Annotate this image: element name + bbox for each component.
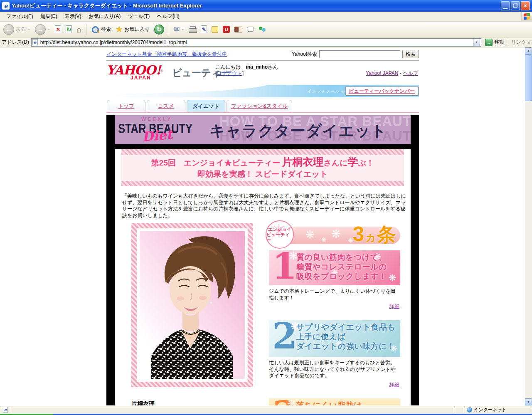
information-label: インフォメーション — [307, 89, 349, 94]
yahoo-search-input[interactable] — [319, 50, 400, 58]
back-icon: ← — [3, 24, 14, 35]
favorites-button[interactable]: ★ お気に入り — [114, 25, 151, 34]
close-icon: × — [524, 3, 527, 8]
address-bar: アドレス(D) e ▼ → 移動 リンク » — [0, 37, 532, 47]
u-icon: U — [223, 26, 230, 33]
minimize-button[interactable]: ▁ — [501, 1, 510, 10]
yahoo-logo[interactable]: YAHOO!® JAPAN — [106, 64, 169, 81]
tab-cosme[interactable]: コスメ — [147, 100, 185, 112]
greeting-suffix: さん — [268, 64, 278, 70]
refresh-icon: ↻ — [66, 25, 72, 33]
headline-line2: 即効果を実感！ スピードダイエット — [121, 169, 404, 179]
headline-person-name: 片桐衣理 — [282, 156, 323, 168]
back-label: 戻る — [16, 26, 26, 33]
notes-button[interactable] — [210, 25, 220, 34]
article-headline: 第25回 エンジョイ★ビューティー 片桐衣理さんに学ぶ！ 即効果を実感！ スピー… — [121, 149, 404, 186]
status-bar: e インターネット — [0, 405, 532, 414]
history-button[interactable]: ↻ — [153, 24, 166, 35]
headline-pattern-bottom — [121, 181, 404, 186]
scroll-up-button[interactable]: ▲ — [525, 47, 532, 54]
menu-file[interactable]: ファイル(F) — [2, 12, 37, 21]
forward-icon: → — [35, 24, 46, 35]
enjoy-beauty-badge: ✳ エンジョイ ビューティー — [266, 220, 294, 249]
search-button[interactable]: 検索 — [89, 25, 113, 35]
status-page-icon-cell: e — [1, 407, 10, 413]
scroll-down-button[interactable]: ▼ — [525, 398, 532, 405]
menu-favorites[interactable]: お気に入り(A) — [85, 12, 124, 21]
rule-2-detail-link[interactable]: 詳細 — [389, 382, 399, 388]
go-label: 移動 — [494, 39, 504, 46]
favorites-label: お気に入り — [124, 26, 150, 33]
minimize-icon: ▁ — [503, 3, 507, 8]
three-rules-column: ❋ ❋ ❋ ❋ ✳ エンジョイ ビューティー 3ヵ条 — [269, 223, 400, 405]
mail-icon: ✉ — [174, 26, 180, 33]
print-button[interactable] — [187, 25, 198, 33]
page-icon: e — [3, 407, 8, 413]
sparkle-icon: ❋ — [348, 237, 353, 244]
u-tool-button[interactable]: U — [221, 25, 232, 34]
refresh-button[interactable]: ↻ — [64, 25, 74, 34]
wave-banner: インフォメーション ビューティーバックナンバー — [106, 85, 419, 97]
tab-top[interactable]: トップ — [107, 100, 145, 112]
messenger-icon — [259, 26, 266, 33]
vertical-scrollbar[interactable]: ▲ ▼ — [525, 47, 532, 405]
help-link[interactable]: ヘルプ — [403, 70, 418, 76]
yahoo-japan-text: JAPAN — [131, 75, 169, 81]
links-toolbar[interactable]: リンク » — [508, 39, 530, 46]
yahoo-japan-link[interactable]: Yahoo! JAPAN — [366, 70, 398, 76]
main-content-frame: HOW TO BE A STAR BEAUTY HOW TO BE A STAR… — [106, 115, 419, 405]
yahoo-search-button[interactable]: 検索 — [402, 50, 419, 58]
username: ina_miho — [246, 64, 268, 70]
messenger-button[interactable] — [257, 25, 268, 34]
chevron-down-icon: ▼ — [527, 400, 530, 404]
forward-dropdown-icon[interactable]: ▼ — [47, 28, 50, 31]
rule-3-box: ❋ ❋ ❋ ❋ 3 落ちにくい脂肪は プロの手を借りて 撃退します！ — [269, 398, 400, 406]
menu-view[interactable]: 表示(V) — [61, 12, 85, 21]
ie-e-glyph: e — [4, 2, 8, 9]
donation-promo-link[interactable]: インターネット募金「能登半島地震」義援金を受付中 — [106, 51, 227, 58]
home-button[interactable]: ⌂ — [75, 25, 83, 35]
close-button[interactable]: × — [521, 1, 530, 10]
go-button[interactable]: → 移動 — [483, 39, 506, 46]
address-dropdown-button[interactable]: ▼ — [473, 39, 480, 46]
toolbar-separator — [86, 24, 86, 35]
discuss-button[interactable] — [245, 27, 256, 32]
greeting-prefix: こんにちは、 — [215, 64, 246, 70]
stop-button[interactable]: ✕ — [53, 25, 63, 34]
rule-1-description: ジムでの本格トレーニングで、太りにくい体づくりを目指します！ — [269, 288, 399, 301]
banner-diet-script: Diet — [142, 127, 173, 144]
page-favicon: e — [32, 39, 38, 45]
address-input[interactable] — [39, 39, 472, 46]
mail-dropdown-icon[interactable]: ▼ — [181, 28, 184, 31]
links-label: リンク — [511, 39, 526, 46]
ie-app-icon: e — [2, 2, 10, 10]
backnumber-button[interactable]: ビューティーバックナンバー — [345, 86, 418, 95]
user-greeting: こんにちは、ina_mihoさん [ログアウト] — [215, 64, 278, 77]
rule-1-box: ❋ ❋ ❋ ❋ 1 質の良い筋肉をつけて、 糖質やコレステロールの 吸収をブロッ… — [269, 250, 400, 285]
print-icon — [189, 26, 196, 32]
note-icon — [212, 26, 218, 33]
sparkle-icon: ❋ — [305, 229, 315, 240]
edit-button[interactable]: ✎ — [199, 25, 209, 34]
standard-toolbar: ← 戻る ▼ → ▼ ✕ ↻ ⌂ 検索 ★ お気に入り ↻ ✉ ▼ ✎ U — [0, 22, 532, 37]
scrollbar-thumb[interactable] — [525, 54, 532, 101]
menu-edit[interactable]: 編集(E) — [37, 12, 61, 21]
status-cell — [455, 407, 464, 413]
address-combo[interactable]: e ▼ — [31, 38, 482, 47]
yahoo-header: YAHOO!® JAPAN ビューティー こんにちは、ina_mihoさん [ロ… — [106, 61, 419, 85]
forward-button[interactable]: → ▼ — [33, 23, 52, 36]
restore-button[interactable]: ❐ — [511, 1, 520, 10]
back-dropdown-icon[interactable]: ▼ — [27, 28, 30, 31]
rule-1-detail-link[interactable]: 詳細 — [389, 304, 399, 309]
tab-diet[interactable]: ダイエット — [187, 100, 225, 112]
logout-link[interactable]: ログアウト — [217, 70, 242, 76]
chevron-down-icon: ▼ — [475, 41, 478, 44]
research-button[interactable] — [233, 26, 244, 33]
mail-button[interactable]: ✉ ▼ — [172, 25, 186, 34]
menu-tools[interactable]: ツール(T) — [124, 12, 153, 21]
back-button[interactable]: ← 戻る ▼ — [2, 23, 32, 36]
menu-help[interactable]: ヘルプ(H) — [153, 12, 183, 21]
tab-fashion[interactable]: ファッション&スタイル — [227, 100, 292, 112]
search-icon — [91, 25, 99, 34]
status-zone-cell: インターネット — [465, 407, 531, 413]
